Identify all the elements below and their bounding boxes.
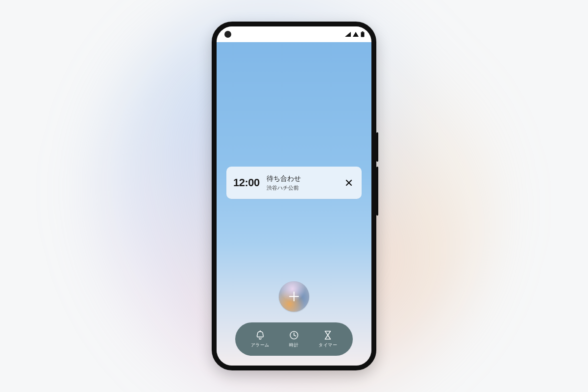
bottom-nav: アラーム 時計 タイマー: [235, 322, 353, 356]
clock-icon: [289, 330, 299, 341]
nav-alarm[interactable]: アラーム: [251, 330, 270, 348]
nav-timer-label: タイマー: [318, 342, 337, 348]
battery-icon: [361, 31, 365, 37]
hourglass-icon: [322, 330, 333, 341]
alarm-time: 12:00: [233, 176, 260, 189]
nav-alarm-label: アラーム: [251, 342, 270, 348]
dismiss-button[interactable]: [343, 177, 355, 189]
bell-icon: [255, 330, 266, 341]
nav-clock[interactable]: 時計: [289, 330, 299, 348]
phone-volume-button: [376, 167, 378, 216]
wifi-icon: [353, 32, 359, 37]
app-background: 12:00 待ち合わせ 渋谷ハチ公前: [217, 42, 371, 366]
alarm-location: 渋谷ハチ公前: [267, 184, 336, 192]
nav-clock-label: 時計: [289, 342, 298, 348]
alarm-card[interactable]: 12:00 待ち合わせ 渋谷ハチ公前: [226, 167, 362, 199]
svg-rect-0: [362, 31, 364, 32]
plus-icon: [288, 290, 300, 303]
status-bar: [217, 26, 371, 42]
close-icon: [345, 179, 353, 187]
front-camera: [224, 31, 231, 38]
svg-line-9: [294, 335, 296, 336]
signal-icon: [345, 32, 351, 37]
alarm-title: 待ち合わせ: [267, 174, 336, 183]
add-button[interactable]: [279, 281, 309, 312]
nav-timer[interactable]: タイマー: [318, 330, 337, 348]
phone-power-button: [376, 132, 378, 162]
svg-rect-1: [361, 32, 365, 37]
phone-frame: 12:00 待ち合わせ 渋谷ハチ公前: [212, 22, 376, 370]
